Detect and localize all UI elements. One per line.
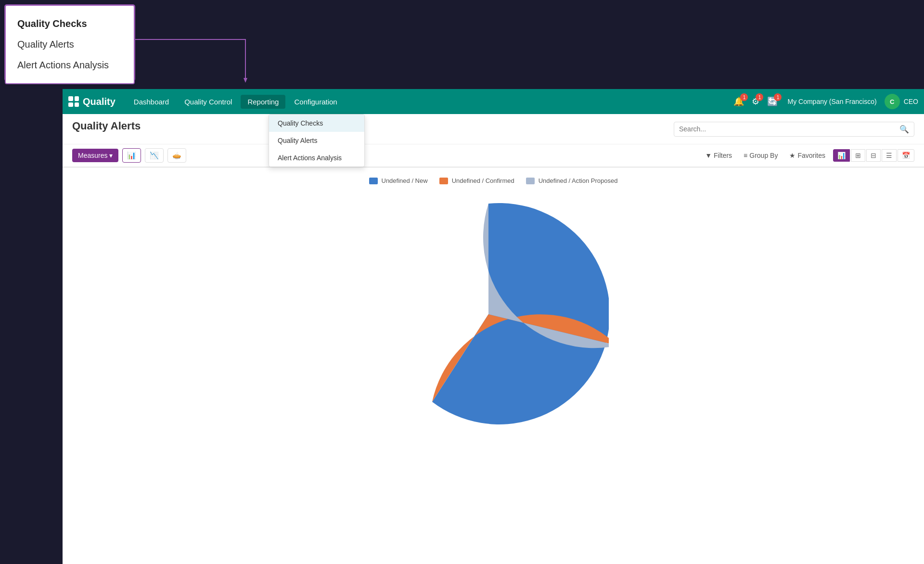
svg-marker-1 [244, 78, 247, 83]
nav-items: Dashboard Quality Control Reporting Conf… [127, 95, 732, 109]
app-container: Quality Dashboard Quality Control Report… [63, 89, 924, 564]
legend-color-action [526, 178, 535, 184]
favorites-btn[interactable]: ★ Favorites [785, 150, 829, 161]
annotation-quality-alerts[interactable]: Quality Alerts [15, 34, 124, 55]
nav-quality-control[interactable]: Quality Control [178, 95, 239, 109]
brand-label: Quality [83, 96, 116, 107]
search-box[interactable]: 🔍 [674, 122, 914, 137]
legend-item-confirmed: Undefined / Confirmed [439, 177, 514, 184]
view-calendar[interactable]: 📅 [898, 149, 914, 162]
view-bar[interactable]: 📊 [833, 149, 850, 162]
notifications-badge: 1 [740, 93, 748, 101]
company-name: My Company (San Francisco) [787, 98, 876, 105]
chart-area: Undefined / New Undefined / Confirmed Un… [63, 167, 924, 564]
updates-btn[interactable]: 🔄 1 [765, 94, 780, 109]
legend-item-action: Undefined / Action Proposed [526, 177, 618, 184]
settings-btn[interactable]: ⚙ 1 [750, 94, 761, 109]
filters-btn[interactable]: ▼ Filters [701, 150, 736, 161]
view-list[interactable]: ☰ [882, 149, 897, 162]
user-label: CEO [904, 98, 918, 105]
view-grid[interactable]: ⊞ [851, 149, 865, 162]
legend-item-new: Undefined / New [369, 177, 428, 184]
nav-dashboard[interactable]: Dashboard [127, 95, 176, 109]
updates-badge: 1 [774, 93, 782, 101]
annotation-panel: Quality Checks Quality Alerts Alert Acti… [5, 5, 135, 84]
group-by-btn[interactable]: ≡ Group By [740, 150, 782, 161]
brand: Quality [68, 96, 116, 107]
chart-legend: Undefined / New Undefined / Confirmed Un… [369, 177, 618, 184]
legend-label-confirmed: Undefined / Confirmed [452, 177, 514, 184]
dropdown-quality-checks[interactable]: Quality Checks [269, 115, 364, 132]
header-area: Quality Alerts 🔍 Measures 📊 📉 🥧 ▼ Filter… [63, 114, 924, 167]
legend-label-new: Undefined / New [382, 177, 428, 184]
legend-label-action: Undefined / Action Proposed [539, 177, 618, 184]
annotation-alert-actions[interactable]: Alert Actions Analysis [15, 55, 124, 76]
nav-reporting[interactable]: Reporting [241, 95, 285, 109]
search-icon: 🔍 [899, 125, 909, 134]
pie-chart [368, 194, 618, 444]
page-title: Quality Alerts [72, 120, 141, 132]
stacked-bar-btn[interactable]: 📉 [145, 148, 164, 163]
pie-chart-btn[interactable]: 🥧 [167, 148, 186, 163]
bar-chart-btn[interactable]: 📊 [122, 148, 141, 163]
filter-icon: ▼ [705, 152, 712, 159]
view-toggles: 📊 ⊞ ⊟ ☰ 📅 [833, 149, 914, 162]
measures-button[interactable]: Measures [72, 149, 118, 162]
dropdown-quality-alerts[interactable]: Quality Alerts [269, 132, 364, 149]
legend-color-new [369, 178, 378, 184]
legend-color-confirmed [439, 178, 448, 184]
nav-configuration[interactable]: Configuration [287, 95, 344, 109]
brand-icon [68, 96, 79, 107]
group-icon: ≡ [744, 152, 747, 159]
star-icon: ★ [789, 152, 796, 159]
settings-badge: 1 [756, 93, 763, 101]
dropdown-alert-actions[interactable]: Alert Actions Analysis [269, 149, 364, 167]
user-avatar[interactable]: C [885, 94, 900, 109]
reporting-dropdown: Quality Checks Quality Alerts Alert Acti… [269, 114, 365, 167]
navbar: Quality Dashboard Quality Control Report… [63, 89, 924, 114]
pie-segment-new [432, 203, 609, 424]
annotation-quality-checks[interactable]: Quality Checks [15, 13, 124, 34]
notifications-btn[interactable]: 🔔 1 [732, 94, 746, 109]
pie-chart-svg [368, 194, 609, 435]
search-input[interactable] [679, 125, 896, 133]
view-kanban[interactable]: ⊟ [866, 149, 881, 162]
navbar-right: 🔔 1 ⚙ 1 🔄 1 My Company (San Francisco) C… [732, 94, 918, 109]
